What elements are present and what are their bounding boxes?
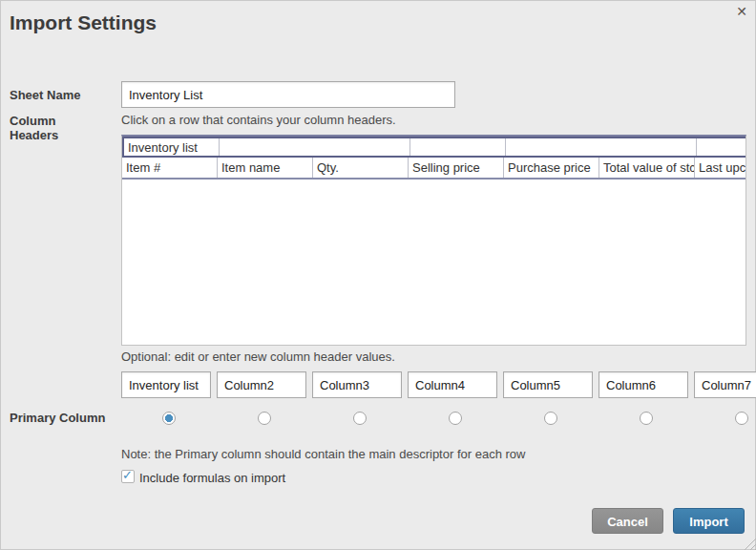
preview-cell: Qty. [313, 158, 409, 178]
primary-column-radio[interactable] [735, 412, 748, 425]
column-headers-preview-table: Inventory list Item # Item name Qty. Sel… [121, 135, 746, 346]
include-formulas-label[interactable]: Include formulas on import [139, 471, 285, 485]
page-title: Import Settings [10, 11, 157, 34]
column-header-input-7[interactable] [694, 371, 756, 398]
preview-cell: Item name [218, 158, 313, 178]
preview-cell [697, 138, 746, 156]
column-header-input-5[interactable] [503, 371, 593, 398]
primary-column-radio[interactable] [544, 412, 557, 425]
preview-cell [220, 138, 410, 156]
resize-handle[interactable] [743, 537, 756, 550]
import-settings-dialog: ✕ Import Settings Sheet Name Column Head… [0, 0, 756, 550]
primary-column-radio[interactable] [449, 412, 462, 425]
sheet-name-input[interactable] [121, 81, 455, 108]
preview-row-selected[interactable]: Inventory list [122, 137, 746, 158]
preview-cell [506, 138, 697, 156]
column-header-input-6[interactable] [598, 371, 688, 398]
column-headers-label: Column Headers [10, 114, 78, 142]
primary-column-radio[interactable] [162, 412, 176, 425]
primary-column-note: Note: the Primary column should contain … [121, 447, 525, 461]
optional-instruction: Optional: edit or enter new column heade… [121, 349, 395, 364]
column-header-input-1[interactable] [121, 371, 211, 398]
column-header-inputs-row [121, 371, 756, 398]
primary-column-radio[interactable] [640, 412, 653, 425]
close-icon[interactable]: ✕ [736, 4, 747, 19]
column-header-input-4[interactable] [408, 371, 497, 398]
preview-cell: Last upc [695, 158, 746, 178]
preview-cell [410, 138, 506, 156]
primary-column-radio[interactable] [353, 412, 367, 425]
column-header-input-3[interactable] [312, 371, 402, 398]
import-button[interactable]: Import [673, 508, 745, 534]
primary-column-label: Primary Column [10, 411, 105, 425]
preview-row[interactable]: Item # Item name Qty. Selling price Purc… [122, 158, 746, 180]
sheet-name-label: Sheet Name [10, 88, 80, 102]
include-formulas-checkbox[interactable] [121, 470, 135, 483]
preview-cell: Item # [122, 158, 218, 178]
primary-column-radio[interactable] [258, 412, 271, 425]
column-header-input-2[interactable] [217, 371, 306, 398]
column-headers-instruction: Click on a row that contains your column… [121, 113, 396, 127]
cancel-button[interactable]: Cancel [592, 508, 663, 534]
primary-column-radio-row [121, 412, 756, 425]
preview-cell: Total value of stc [599, 158, 695, 178]
preview-cell: Selling price [409, 158, 504, 178]
preview-cell: Purchase price [504, 158, 599, 178]
preview-cell: Inventory list [124, 138, 220, 156]
include-formulas-checkbox-wrap: ✓ [121, 470, 136, 484]
